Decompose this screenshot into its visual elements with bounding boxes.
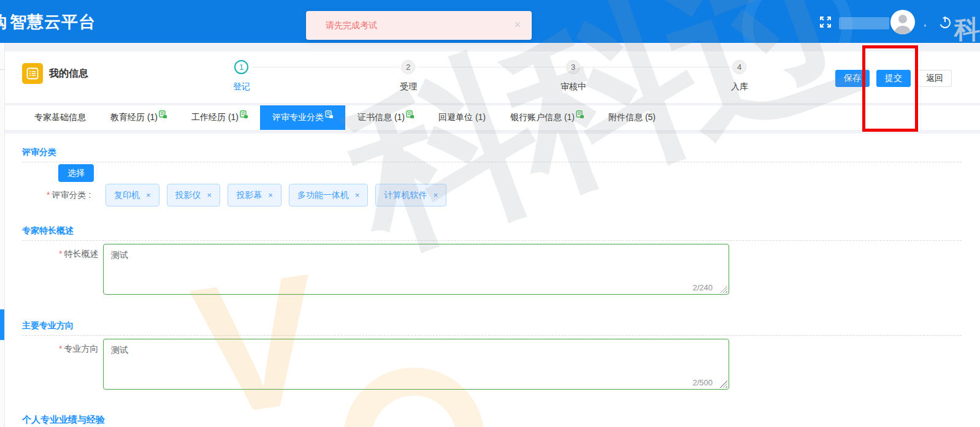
app-title-clipped-char: 购 [0,11,10,33]
username-redacted[interactable] [839,17,889,29]
section-divider [22,162,962,162]
collapsed-sidebar [0,43,5,427]
resize-grip[interactable] [720,380,727,388]
tab-bank-account-info[interactable]: 银行账户信息 (1) [498,105,596,130]
locked-form-icon [159,110,167,118]
major-direction-field-label: *专业方向 [59,344,98,355]
step-3-label: 审核中 [561,81,586,93]
specialty-field-label: *特长概述 [59,249,98,260]
specialty-textarea-wrap: 测试 2/240 [103,244,729,295]
power-icon[interactable] [938,15,952,29]
major-direction-char-counter: 2/500 [692,378,713,387]
username-separator: , [924,17,926,28]
tag-close-icon[interactable]: × [433,191,438,200]
locked-form-icon [325,110,333,118]
toast-text: 请先完成考试 [326,20,377,31]
toast-close-icon[interactable]: × [514,18,521,31]
step-3-circle: 3 [566,60,580,74]
review-category-field-label: *评审分类 : [47,190,91,201]
app-title: 购 智慧云平台 [0,11,96,33]
category-tag: 计算机软件× [375,184,446,206]
tag-close-icon[interactable]: × [207,191,212,200]
tab-certificate-info[interactable]: 证书信息 (1) [345,105,426,130]
step-2-circle: 2 [401,60,415,74]
submit-button[interactable]: 提交 [876,70,911,87]
step-connector [582,67,732,67]
back-button[interactable]: 返回 [917,70,952,87]
step-4-label: 入库 [731,81,748,93]
major-direction-textarea[interactable]: 测试 [104,339,729,389]
tag-close-icon[interactable]: × [355,191,360,200]
category-tag: 投影幕× [228,184,281,206]
tag-close-icon[interactable]: × [268,191,273,200]
watermark-text-small: 科科过 [954,12,980,47]
specialty-char-counter: 2/240 [692,283,713,292]
locked-form-icon [240,110,248,118]
step-4-circle: 4 [732,60,746,74]
resize-grip[interactable] [720,285,727,293]
tab-education-history[interactable]: 教育经历 (1) [98,105,179,130]
step-2-label: 受理 [400,81,417,93]
tab-work-history[interactable]: 工作经历 (1) [179,105,260,130]
locked-form-icon [576,110,584,118]
category-tag: 复印机× [105,184,159,206]
section-title-major-direction: 主要专业方向 [22,320,74,331]
tag-close-icon[interactable]: × [146,191,151,200]
fullscreen-icon[interactable] [819,15,832,29]
avatar[interactable] [890,10,915,34]
section-title-specialty: 专家特长概述 [22,225,74,236]
category-tag: 投影仪× [167,184,221,206]
sidebar-handle[interactable] [0,309,4,340]
locked-form-icon [406,110,414,118]
save-button[interactable]: 保存 [835,70,870,87]
major-direction-textarea-wrap: 测试 2/500 [103,339,729,390]
category-tag-list: 复印机× 投影仪× 投影幕× 多功能一体机× 计算机软件× [105,184,446,206]
step-connector [417,67,565,67]
step-1-circle: 1 [234,60,248,74]
section-divider [22,335,962,336]
specialty-textarea[interactable]: 测试 [104,244,729,294]
tab-avoid-units[interactable]: 回避单位 (1) [426,105,498,130]
sidebar-divider [0,69,5,70]
toast-message: 请先完成考试 × [306,11,532,40]
section-title-personal-achievements: 个人专业业绩与经验 [22,414,105,426]
tab-review-category[interactable]: 评审专业分类 [260,105,345,130]
step-1-label: 登记 [233,81,250,93]
section-title-review-category: 评审分类 [22,147,56,158]
step-connector [251,67,400,67]
form-content: 评审分类 选择 *评审分类 : 复印机× 投影仪× 投影幕× 多功能一体机× 计… [5,134,980,427]
select-category-button[interactable]: 选择 [58,164,94,182]
tab-attachment-info[interactable]: 附件信息 (5) [596,105,668,130]
section-divider [22,240,962,241]
tab-expert-basic-info[interactable]: 专家基础信息 [22,105,98,130]
tab-bar: 专家基础信息 教育经历 (1) 工作经历 (1) 评审专业分类 证书信息 (1)… [5,105,980,130]
my-info-icon [22,63,43,84]
category-tag: 多功能一体机× [289,184,369,206]
page-title: 我的信息 [49,67,88,80]
